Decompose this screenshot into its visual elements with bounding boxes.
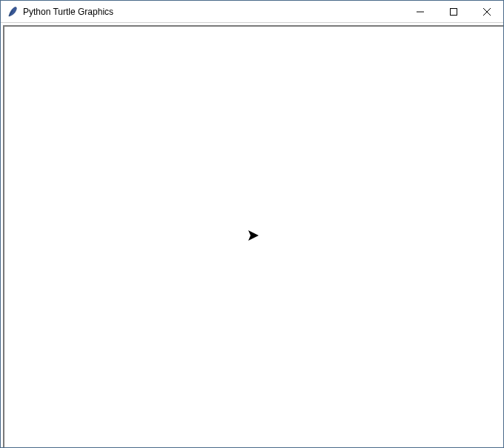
- window-title: Python Turtle Graphics: [23, 7, 403, 17]
- svg-rect-1: [450, 8, 457, 15]
- minimize-icon: [417, 5, 424, 19]
- feather-icon: [7, 6, 19, 18]
- minimize-button[interactable]: [403, 1, 437, 22]
- maximize-icon: [450, 5, 457, 19]
- maximize-button[interactable]: [437, 1, 470, 22]
- window-controls: [403, 1, 503, 22]
- close-button[interactable]: [470, 1, 503, 22]
- svg-marker-4: [248, 230, 259, 241]
- application-window: Python Turtle Graphics: [0, 0, 504, 448]
- turtle-canvas[interactable]: [3, 25, 503, 447]
- close-icon: [483, 5, 491, 19]
- titlebar[interactable]: Python Turtle Graphics: [1, 1, 503, 23]
- turtle-cursor-icon: [248, 230, 260, 244]
